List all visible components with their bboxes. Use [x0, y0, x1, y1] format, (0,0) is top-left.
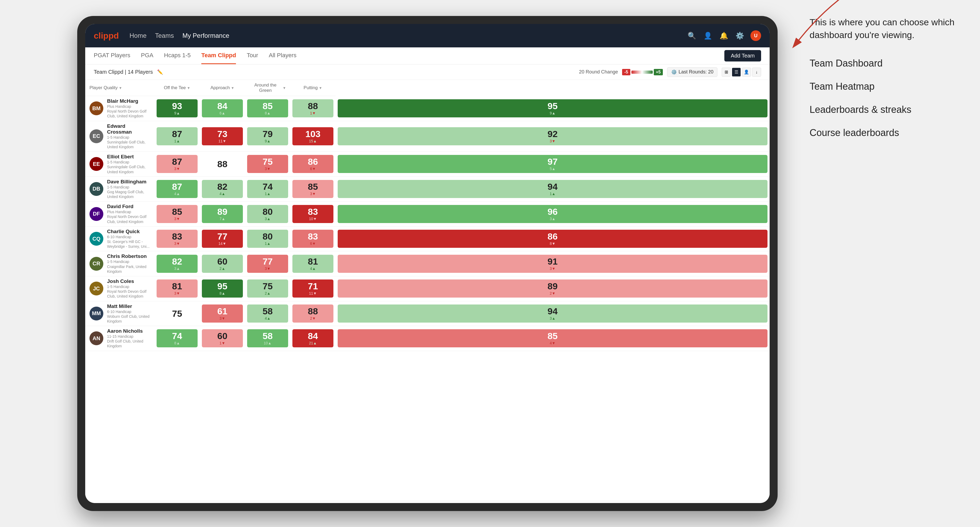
score-cell-off_tee: 73 11▼	[200, 121, 245, 152]
score-box: 85 8▲	[247, 99, 288, 117]
score-value: 85	[262, 102, 273, 110]
score-value: 74	[172, 332, 182, 340]
down-arrow-icon: 6▼	[310, 241, 316, 246]
score-change: 15▲	[309, 139, 317, 143]
annotation-area: This is where you can choose which dashb…	[810, 16, 964, 149]
search-icon[interactable]: 🔍	[687, 30, 697, 41]
score-box: 86 6▼	[293, 155, 333, 173]
sort-arrow-around-green[interactable]: ▼	[283, 86, 286, 90]
tab-all-players[interactable]: All Players	[269, 48, 296, 64]
player-name: Dave Billingham	[107, 179, 150, 185]
table-row[interactable]: DF David Ford Plus Handicap Royal North …	[85, 202, 770, 227]
up-arrow-icon: 9▲	[265, 139, 270, 143]
list-view-button[interactable]: ☰	[732, 68, 741, 77]
player-handicap: 6-10 Handicap	[107, 309, 150, 314]
up-arrow-icon: 9▲	[550, 111, 555, 115]
tab-team-clippd[interactable]: Team Clippd	[201, 48, 236, 64]
score-value: 96	[547, 207, 558, 216]
view-icons: ⊞ ☰ 👤 ↓	[722, 68, 761, 77]
down-arrow-icon: 3▼	[220, 316, 225, 321]
score-value: 89	[217, 207, 228, 216]
score-cell-quality: 83 3▼	[154, 226, 200, 251]
user-icon[interactable]: 👤	[703, 30, 713, 41]
edit-icon[interactable]: ✏️	[157, 69, 163, 75]
table-row[interactable]: AN Aaron Nicholls 11-15 Handicap Drift G…	[85, 326, 770, 351]
tab-pga[interactable]: PGA	[141, 48, 153, 64]
table-row[interactable]: CQ Charlie Quick 6-10 Handicap St. Georg…	[85, 226, 770, 251]
sort-arrow-off-tee[interactable]: ▼	[187, 86, 190, 90]
score-box: 91 3▼	[338, 255, 767, 273]
table-row[interactable]: BM Blair McHarg Plus Handicap Royal Nort…	[85, 96, 770, 121]
avatar[interactable]: U	[751, 30, 761, 41]
score-change: 1▲	[265, 241, 270, 246]
bell-icon[interactable]: 🔔	[719, 30, 729, 41]
download-button[interactable]: ↓	[752, 68, 761, 77]
score-box: 94 1▲	[338, 180, 767, 198]
pos-badge: +5	[654, 69, 663, 75]
settings-icon[interactable]: ⚙️	[735, 30, 745, 41]
score-box: 96 3▲	[338, 205, 767, 223]
table-row[interactable]: EE Elliot Ebert 1-5 Handicap Sunningdale…	[85, 152, 770, 177]
nav-my-performance[interactable]: My Performance	[182, 30, 229, 41]
score-change: 9▲	[174, 111, 180, 115]
tab-hcaps[interactable]: Hcaps 1-5	[164, 48, 191, 64]
sort-arrow-player[interactable]: ▼	[119, 86, 122, 90]
up-arrow-icon: 4▲	[220, 192, 225, 196]
score-change: 5▲	[550, 167, 555, 171]
player-avatar: CR	[89, 257, 103, 271]
score-box: 61 3▼	[202, 305, 243, 322]
table-row[interactable]: MM Matt Miller 6-10 Handicap Woburn Golf…	[85, 301, 770, 326]
annotation-arrow	[778, 0, 884, 53]
grid-view-button[interactable]: ⊞	[722, 68, 731, 77]
score-change: 2▼	[550, 291, 555, 295]
nav-home[interactable]: Home	[129, 30, 146, 41]
tab-tour[interactable]: Tour	[247, 48, 258, 64]
score-box: 58 10▲	[247, 329, 288, 347]
score-change: 9▲	[265, 139, 270, 143]
last-rounds-button[interactable]: ⚙️ Last Rounds: 20	[667, 67, 718, 77]
score-cell-quality: 87 4▲	[154, 176, 200, 202]
table-row[interactable]: DB Dave Billingham 1-5 Handicap Gog Mago…	[85, 176, 770, 202]
score-change: 3▼	[174, 291, 180, 295]
table-row[interactable]: CR Chris Robertson 1-5 Handicap Craigmil…	[85, 251, 770, 276]
down-arrow-icon: 2▼	[550, 291, 555, 295]
down-arrow-icon: 3▼	[550, 267, 555, 271]
player-handicap: 1-5 Handicap	[107, 259, 150, 264]
sort-arrow-putting[interactable]: ▼	[319, 86, 322, 90]
score-change: 2▼	[310, 316, 316, 321]
score-change: 1▲	[550, 192, 555, 196]
sub-header-controls: 20 Round Change -5 +5 ⚙️ Last Rounds: 20…	[579, 67, 761, 77]
score-change: 7▲	[220, 217, 225, 221]
score-cell-around_green: 103 15▲	[290, 121, 336, 152]
score-cell-quality: 81 3▼	[154, 276, 200, 301]
score-cell-approach: 80 3▲	[245, 202, 290, 227]
player-club: Sunningdale Golf Club, United Kingdom	[107, 165, 150, 174]
table-row[interactable]: JC Josh Coles 1-5 Handicap Royal North D…	[85, 276, 770, 301]
score-value: 80	[262, 207, 273, 216]
sort-arrow-approach[interactable]: ▼	[231, 86, 234, 90]
player-handicap: 1-5 Handicap	[107, 160, 150, 165]
score-cell-putting: 85 4▼	[336, 326, 770, 351]
table-row[interactable]: EC Edward Crossman 1-5 Handicap Sunningd…	[85, 121, 770, 152]
nav-teams[interactable]: Teams	[155, 30, 174, 41]
score-cell-putting: 97 5▲	[336, 152, 770, 177]
player-avatar: BM	[89, 102, 103, 115]
score-change: 3▼	[174, 217, 180, 221]
score-box: 92 3▼	[338, 127, 767, 145]
main-content: Player Quality ▼ Off the Tee ▼	[85, 80, 770, 503]
score-value: 82	[172, 257, 182, 266]
score-value: 61	[217, 306, 228, 316]
add-team-button[interactable]: Add Team	[724, 50, 761, 62]
person-view-button[interactable]: 👤	[742, 68, 751, 77]
player-name: Charlie Quick	[107, 229, 150, 235]
tab-pgat-players[interactable]: PGAT Players	[94, 48, 130, 64]
score-box: 103 15▲	[293, 127, 333, 145]
score-value: 82	[217, 182, 228, 191]
score-box: 94 3▲	[338, 305, 767, 322]
score-change: 4▲	[174, 192, 180, 196]
score-value: 75	[172, 309, 182, 318]
score-box: 85 3▼	[157, 205, 197, 223]
score-value: 93	[172, 102, 182, 110]
up-arrow-icon: 2▲	[220, 267, 225, 271]
player-cell: AN Aaron Nicholls 11-15 Handicap Drift G…	[85, 326, 154, 351]
